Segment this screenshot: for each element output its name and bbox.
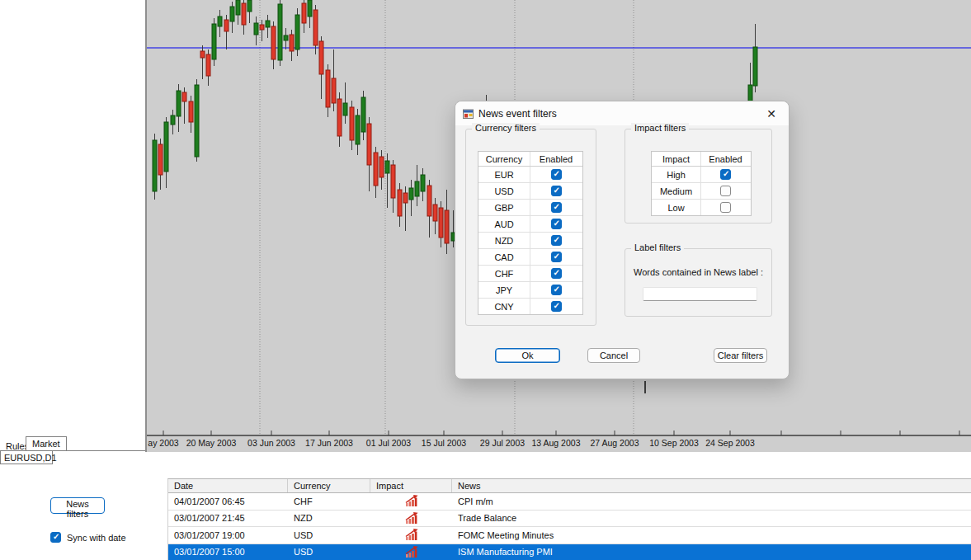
impact-filter-enabled-cell [701,167,750,182]
news-impact [370,512,452,525]
news-date: 03/01/2007 19:00 [168,530,288,540]
impact-filters-group: Impact filters ImpactEnabledHighMediumLo… [625,129,772,224]
currency-filter-name-cell: JPY [478,282,530,298]
x-axis-label: 01 Jul 2003 [366,438,411,448]
news-column-header[interactable]: News [452,479,971,492]
sync-with-date-checkbox[interactable] [50,532,61,543]
currency-filter-name-cell: CNY [478,299,530,314]
currency-filter-enabled-cell [530,183,582,199]
candlestick [212,18,216,66]
news-label-filter-input[interactable] [643,287,757,301]
news-row[interactable]: 03/01/2007 19:00USDFOMC Meeting Minutes [168,527,971,544]
news-currency: NZD [288,513,370,523]
close-icon[interactable]: ✕ [764,106,779,121]
currency-filter-row: GBP [478,200,582,216]
impact-filter-low-checkbox[interactable] [720,202,731,213]
currency-filter-row: AUD [478,216,582,233]
candlestick [319,36,323,99]
news-filters-button[interactable]: News filters [50,497,105,514]
news-title: CPI m/m [452,496,971,506]
sync-with-date-label: Sync with date [67,533,126,543]
currency-filter-column-header: Enabled [530,152,582,166]
x-axis-label: 13 Aug 2003 [532,438,581,448]
candlestick [177,84,181,132]
candlestick [748,63,752,103]
impact-filters-table: ImpactEnabledHighMediumLow [651,151,752,216]
currency-filter-enabled-cell [530,282,582,298]
currency-filter-enabled-cell [530,167,582,182]
candlestick [153,134,157,200]
impact-filter-header-row: ImpactEnabled [652,152,751,167]
currency-filter-usd-checkbox[interactable] [551,186,562,196]
currency-filter-name-cell: CHF [478,266,530,281]
news-currency: CHF [288,496,370,506]
currency-filter-jpy-checkbox[interactable] [551,285,562,295]
impact-filter-column-header: Impact [652,152,701,166]
currency-filter-name-cell: AUD [478,216,530,232]
currency-filter-enabled-cell [530,233,582,248]
x-axis-label: 24 Sep 2003 [705,438,755,448]
candlestick [356,109,360,155]
currency-filter-row: USD [478,183,582,200]
impact-filter-high-checkbox[interactable] [720,169,731,180]
news-column-header[interactable]: Impact [370,479,452,492]
currency-filter-aud-checkbox[interactable] [551,219,562,229]
news-currency: USD [288,530,370,540]
news-title: Trade Balance [452,513,971,523]
x-axis-label: 03 Jun 2003 [247,438,295,448]
currency-filters-group: Currency filters CurrencyEnabledEURUSDGB… [465,129,596,326]
ok-button[interactable]: Ok [495,348,560,363]
candlestick [326,64,330,117]
impact-filter-row: Low [652,200,751,215]
sync-with-date-row: Sync with date [50,532,126,543]
candlestick [254,16,258,45]
currency-filter-cad-checkbox[interactable] [551,252,562,262]
news-row[interactable]: 03/01/2007 21:45NZDTrade Balance [168,511,971,528]
currency-filter-name-cell: EUR [478,167,530,182]
currency-filter-eur-checkbox[interactable] [551,169,562,180]
currency-filter-name-cell: CAD [478,249,530,265]
news-title: FOMC Meeting Minutes [452,530,971,540]
candlestick [367,117,371,191]
news-row[interactable]: 03/01/2007 15:00USDISM Manufacturing PMI [168,544,971,560]
impact-filter-name-cell: Low [652,200,701,215]
currency-filter-chf-checkbox[interactable] [551,268,562,279]
candlestick [218,10,222,37]
tab-market[interactable]: Market [26,436,67,451]
candlestick [313,5,318,54]
currency-filter-name-cell: NZD [478,233,530,248]
dialog-titlebar[interactable]: News event filters ✕ [455,101,789,125]
currency-filter-row: CNY [478,299,582,314]
currency-filter-cny-checkbox[interactable] [551,301,562,312]
news-impact [370,495,452,507]
candlestick [374,147,378,198]
news-event-filters-dialog: News event filters ✕ Currency filters Cu… [455,101,790,379]
tab-chart-eurusd-d1[interactable]: EURUSD,D1 [0,451,53,464]
impact-filter-row: High [652,167,751,183]
currency-filter-row: JPY [478,282,582,299]
currency-filter-nzd-checkbox[interactable] [551,235,562,246]
news-title: ISM Manufacturing PMI [452,547,971,557]
news-row[interactable]: 04/01/2007 06:45CHFCPI m/m [168,493,971,511]
currency-filter-enabled-cell [530,249,582,265]
candlestick [182,87,186,124]
impact-filter-row: Medium [652,183,751,200]
impact-filter-medium-checkbox[interactable] [720,186,731,196]
impact-filter-enabled-cell [701,183,750,199]
cancel-button[interactable]: Cancel [587,348,640,363]
clear-filters-button[interactable]: Clear filters [714,348,767,363]
label-filters-group: Label filters Words contained in News la… [625,248,772,317]
news-column-header[interactable]: Date [168,479,288,492]
label-filters-group-label: Label filters [631,242,684,252]
candlestick [433,198,437,234]
candlestick [224,15,229,49]
candlestick [332,49,336,111]
currency-filter-row: EUR [478,167,582,183]
news-column-header[interactable]: Currency [288,479,370,492]
currency-filter-gbp-checkbox[interactable] [551,202,562,213]
candlestick [445,190,449,254]
candlestick [308,0,312,28]
news-table-header: DateCurrencyImpactNews [168,479,971,493]
candlestick [284,28,288,49]
x-axis-label: 20 May 2003 [186,438,237,448]
